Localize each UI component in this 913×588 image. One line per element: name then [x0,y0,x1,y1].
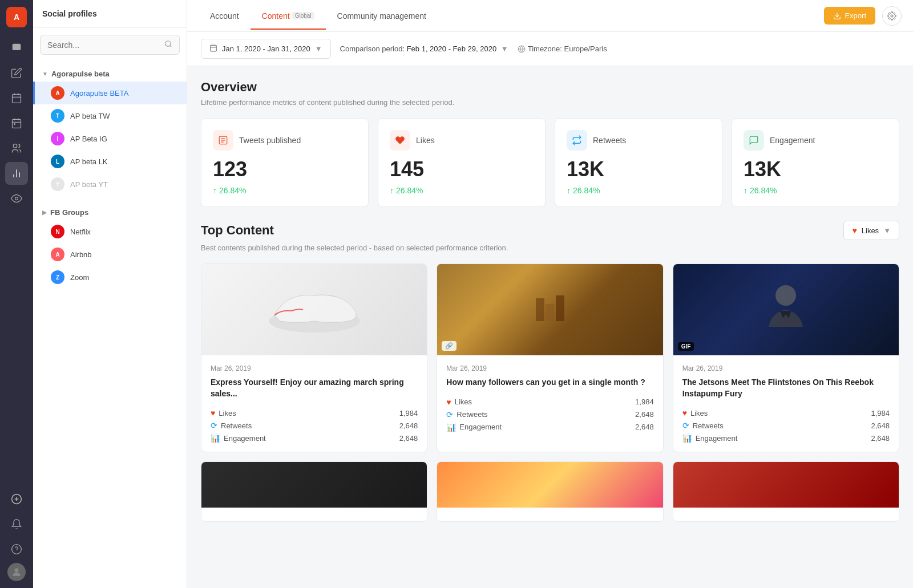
svg-point-20 [15,568,19,572]
top-content-header: Top Content ♥ Likes ▼ [201,221,899,240]
retweets-up-icon: ↑ [567,186,571,195]
sidebar-item-label: AP Beta IG [70,135,107,143]
export-label: Export [845,11,866,20]
sidebar-item-label: AP beta YT [70,180,108,189]
likes-icon: ♥ [446,398,451,407]
sidebar-item-label: Netflix [70,228,91,236]
sidebar-group-header-agorapulse[interactable]: ▼ Agorapulse beta [33,66,187,82]
svg-point-21 [165,41,171,46]
retweets-stat-label: Retweets [593,136,626,145]
sidebar: Social profiles ▼ Agorapulse beta A Agor… [33,0,187,588]
help-nav-icon[interactable] [5,538,28,561]
nav-tabs: Account Content Global Community managem… [199,2,438,30]
content-card-1-title: Express Yourself! Enjoy our amazing marc… [211,377,418,399]
sidebar-item-zoom[interactable]: Z Zoom [33,266,187,289]
content-card-5-body [437,508,662,521]
profile-avatar-ap-ig: I [51,132,64,145]
card2-retweets-value: 2,648 [635,410,654,419]
likes-stat-label: Likes [416,136,435,145]
sidebar-item-airbnb[interactable]: A Airbnb [33,243,187,266]
tab-community[interactable]: Community management [326,2,438,30]
stat-card-tweets: Tweets published 123 ↑ 26.84% [201,118,369,207]
profile-avatar-netflix: N [51,225,64,238]
icon-bar: A [0,0,33,588]
overview-subtitle: Lifetime performance metrics of content … [201,98,899,107]
export-button[interactable]: Export [824,7,875,25]
svg-line-22 [170,46,172,47]
sidebar-item-ap-beta-ig[interactable]: I AP Beta IG [33,127,187,150]
sidebar-item-ap-beta-lk[interactable]: L AP beta LK [33,150,187,173]
svg-rect-1 [13,94,21,103]
chevron-right-icon: ▶ [42,209,47,216]
retweets-stat-change: ↑ 26.84% [567,186,710,195]
stat-card-tweets-header: Tweets published [213,130,357,151]
content-card-4[interactable] [201,461,427,522]
content-card-5[interactable] [437,461,663,522]
card2-retweets-label: Retweets [457,410,487,419]
inbox-nav-icon[interactable] [5,37,28,59]
svg-rect-38 [556,295,564,321]
sidebar-group-label: Agorapulse beta [51,70,110,78]
calendar-icon [209,44,217,54]
settings-button[interactable] [882,6,902,26]
tweets-stat-label: Tweets published [239,136,301,145]
retweet-icon: ⟳ [682,421,689,430]
tab-content[interactable]: Content Global [251,2,326,30]
date-picker-button[interactable]: Jan 1, 2020 - Jan 31, 2020 ▼ [201,39,331,59]
user-avatar[interactable] [7,563,26,581]
content-card-2-stats: ♥ Likes 1,984 ⟳ Retweets 2,648 [446,398,653,432]
card1-retweets-label: Retweets [221,421,252,430]
date-picker-chevron: ▼ [315,44,322,53]
content-card-1[interactable]: Mar 26, 2019 Express Yourself! Enjoy our… [201,263,427,452]
sidebar-group-fb: ▶ FB Groups N Netflix A Airbnb Z Zoom [33,200,187,293]
engagement-icon: 📊 [211,433,220,443]
content-card-6-body [673,508,899,521]
stat-card-engagement-header: Engagement [744,130,887,151]
tab-content-badge: Global [292,12,314,19]
search-input[interactable] [47,40,164,50]
add-nav-icon[interactable] [5,488,28,510]
filter-chevron-icon: ▼ [883,226,891,235]
filter-label: Likes [862,226,879,235]
top-content-title: Top Content [201,223,274,238]
content-card-6[interactable] [673,461,899,522]
content-card-2-date: Mar 26, 2019 [446,364,653,372]
search-icon [164,40,172,50]
card2-engagement-value: 2,648 [635,423,654,431]
likes-filter-dropdown[interactable]: ♥ Likes ▼ [843,221,899,240]
profile-avatar-airbnb: A [51,248,64,261]
sidebar-item-ap-beta-tw[interactable]: T AP beta TW [33,104,187,127]
comparison-text: Comparison period: Feb 1, 2020 - Feb 29,… [340,44,508,53]
calendar2-nav-icon[interactable] [5,112,28,135]
overview-title: Overview [201,80,899,95]
bell-nav-icon[interactable] [5,513,28,536]
tab-account[interactable]: Account [199,2,251,30]
content-card-2[interactable]: 🔗 Mar 26, 2019 How many followers can yo… [437,263,663,452]
sidebar-item-agorapulse-beta[interactable]: A Agorapulse BETA [33,82,187,104]
compose-nav-icon[interactable] [5,62,28,84]
sidebar-group-header-fb[interactable]: ▶ FB Groups [33,205,187,220]
engagement-up-icon: ↑ [744,186,748,195]
sidebar-item-label: Agorapulse BETA [70,89,128,98]
users-nav-icon[interactable] [5,137,28,160]
listening-nav-icon[interactable] [5,187,28,210]
calendar-nav-icon[interactable] [5,87,28,110]
card2-likes-stat: ♥ Likes 1,984 [446,398,653,407]
content-card-3-image: GIF [673,264,899,355]
sidebar-item-netflix[interactable]: N Netflix [33,220,187,243]
content-card-3[interactable]: GIF Mar 26, 2019 The Jetsons Meet The Fl… [673,263,899,452]
card3-likes-stat: ♥ Likes 1,984 [682,408,890,417]
content-card-1-date: Mar 26, 2019 [211,364,418,372]
sidebar-item-ap-beta-yt[interactable]: Y AP beta YT [33,173,187,196]
likes-stat-value: 145 [390,157,534,181]
content-card-4-image [201,462,427,508]
timezone-text: Timezone: Europe/Paris [518,44,607,53]
retweets-change-value: 26.84% [573,186,600,195]
card2-link-badge: 🔗 [442,341,457,351]
chevron-down-icon: ▼ [42,71,48,77]
reports-nav-icon[interactable] [5,162,28,185]
card3-likes-label: Likes [690,409,708,417]
card3-retweets-stat: ⟳ Retweets 2,648 [682,421,890,430]
svg-point-10 [13,144,17,148]
retweets-stat-value: 13K [567,157,710,181]
